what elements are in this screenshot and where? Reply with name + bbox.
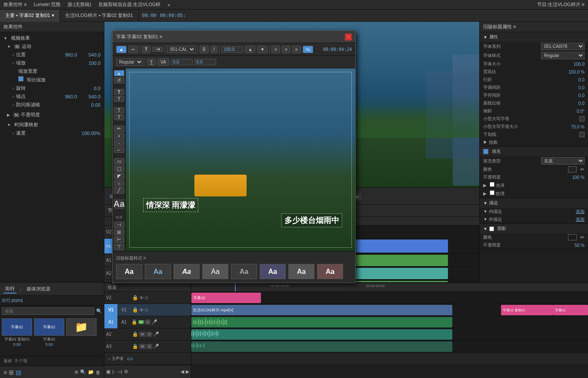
- fill-type-select[interactable]: 实底: [541, 157, 585, 165]
- fill-color-swatch[interactable]: [568, 166, 577, 172]
- menu-effects-controls[interactable]: 效果控件 ≡: [3, 1, 27, 8]
- align-center-h[interactable]: ⊞: [114, 229, 124, 236]
- navigate-next-btn[interactable]: ▶: [186, 369, 189, 375]
- position-y[interactable]: 540.0: [79, 52, 100, 57]
- icon-view-btn[interactable]: ⊞: [9, 369, 14, 376]
- tool-pen[interactable]: ✏: [114, 125, 124, 132]
- anchor-x[interactable]: 960.0: [55, 94, 77, 99]
- time-cursor[interactable]: [235, 283, 236, 291]
- rotation-value[interactable]: 0.0: [79, 86, 100, 91]
- font-family-select-props[interactable]: 051-CAI978: [541, 43, 585, 50]
- v2-lock-icon[interactable]: 🔒: [132, 295, 138, 300]
- tab-order-btn[interactable]: ⭾: [303, 46, 313, 53]
- small-caps-size-value[interactable]: 75.0 %: [558, 125, 585, 129]
- a3-mic-icon-tl[interactable]: 🎤: [153, 344, 159, 349]
- tool-rect[interactable]: ▭: [114, 158, 124, 165]
- menu-program[interactable]: 节目:生活VLOG样片 ≡: [537, 1, 585, 8]
- underline-checkbox[interactable]: [579, 132, 585, 137]
- v1-lock-icon[interactable]: 🔒: [132, 307, 138, 313]
- find-btn[interactable]: 🔍: [80, 369, 86, 375]
- tool-vertical-path[interactable]: T: [114, 114, 124, 120]
- font-size-value-props[interactable]: 100.0: [558, 62, 585, 67]
- style-sample-4[interactable]: Aa: [202, 264, 228, 279]
- gloss-checkbox[interactable]: [490, 182, 494, 187]
- position-x[interactable]: 960.0: [55, 52, 77, 57]
- a3-lock-icon-tl[interactable]: 🔒: [132, 344, 138, 349]
- font-family-select[interactable]: 051-CAL: [167, 46, 196, 53]
- aspect-ratio-value[interactable]: 100.0 %: [558, 70, 585, 74]
- shadow-color-swatch[interactable]: [568, 234, 577, 240]
- va-btn[interactable]: VA: [157, 58, 169, 66]
- a2-m-btn-tl[interactable]: M: [139, 332, 146, 337]
- list-view-btn[interactable]: ≡: [3, 369, 7, 376]
- a1-s-btn-tl[interactable]: S: [145, 320, 150, 324]
- select-tool-btn[interactable]: ▲: [116, 46, 127, 53]
- style-sample-3[interactable]: Aa: [174, 264, 200, 279]
- tool-rotate[interactable]: ↺: [114, 77, 124, 84]
- texture-checkbox[interactable]: [490, 190, 494, 195]
- shadow-header[interactable]: ▼ 阴影: [480, 224, 588, 233]
- tool-wedge[interactable]: ◤: [114, 173, 124, 179]
- texture-collapse[interactable]: ▶: [483, 191, 487, 196]
- a2-s-btn-tl[interactable]: S: [147, 332, 152, 337]
- tool-text-h[interactable]: T: [114, 89, 124, 95]
- fill-opacity-value[interactable]: 100 %: [558, 175, 585, 180]
- text-v-btn[interactable]: T: [152, 47, 163, 52]
- a1-mic-icon[interactable]: 🎤: [151, 319, 157, 325]
- new-item-icon[interactable]: 🔍: [96, 308, 102, 314]
- settings-btn[interactable]: ⚙: [124, 369, 128, 375]
- a2-mic-icon-tl[interactable]: 🎤: [153, 331, 159, 337]
- anchor-y[interactable]: 540.0: [79, 94, 100, 99]
- align-top[interactable]: ⊤: [114, 244, 124, 250]
- new-bin-btn[interactable]: 📁: [88, 369, 94, 375]
- time-remap-header[interactable]: ▼ 时间重映射: [5, 121, 102, 129]
- shadow-checkbox[interactable]: [489, 226, 494, 231]
- menu-lumetri[interactable]: Lumetri 范围: [33, 1, 60, 8]
- menu-source[interactable]: 源:(无剪辑): [67, 1, 91, 8]
- tool-select[interactable]: ▲: [114, 70, 124, 76]
- video-effects-header[interactable]: ▼ 视频效果: [2, 34, 102, 42]
- tool-path-text[interactable]: T: [114, 107, 124, 113]
- set-in-btn[interactable]: ⊦: [112, 368, 115, 375]
- style-sample-6[interactable]: Aa: [260, 264, 286, 279]
- delete-btn[interactable]: 🗑: [96, 370, 100, 375]
- style-sample-8[interactable]: Aa: [317, 264, 343, 279]
- tool-delete-anchor[interactable]: -: [114, 140, 124, 146]
- distort-collapse[interactable]: ▶: [483, 140, 488, 145]
- baseline-value[interactable]: 0.0: [558, 101, 585, 106]
- a2-lock-icon-tl[interactable]: 🔒: [132, 331, 138, 337]
- menu-more[interactable]: »: [167, 2, 170, 7]
- style-sample-1[interactable]: Aa: [116, 264, 142, 279]
- tab-vlog-sequence[interactable]: 生活VLOG样片 • 字幕02 复制01: [60, 10, 139, 22]
- a3-s-btn-tl[interactable]: S: [147, 344, 152, 349]
- uniform-scale-checkbox[interactable]: [18, 76, 23, 81]
- speed-value[interactable]: 100.00%: [79, 131, 100, 136]
- a1-audio-clip[interactable]: [191, 317, 452, 327]
- media-item-1[interactable]: 字幕02 字幕02 复制01 5:00: [2, 318, 32, 347]
- a1-m-btn-tl[interactable]: M: [138, 320, 144, 324]
- title-canvas[interactable]: 情深深 雨濛濛 多少楼台烟雨中: [126, 68, 355, 251]
- fill-header[interactable]: 填充: [480, 147, 588, 156]
- tool-convert-anchor[interactable]: ⌐: [114, 147, 124, 153]
- v1-sync-icon[interactable]: ⊡: [145, 308, 148, 312]
- leading-value-props[interactable]: 0.0: [558, 78, 585, 82]
- icon-view-btn2[interactable]: ▤: [16, 369, 21, 376]
- dialog-close-btn[interactable]: ✕: [345, 34, 352, 40]
- v2-subtitle-clip[interactable]: 字幕02: [191, 293, 261, 303]
- v1-pink-clip-1[interactable]: 字幕02 复制01: [501, 305, 553, 315]
- font-style-select[interactable]: Regular: [116, 58, 143, 66]
- a3-m-btn-tl[interactable]: M: [139, 344, 146, 349]
- tab-main-sequence[interactable]: 主要 • 字幕02 复制01 ▾: [0, 10, 60, 22]
- outer-stroke-add-btn[interactable]: 添加: [576, 216, 585, 223]
- v2-eye-icon[interactable]: 👁: [139, 295, 144, 300]
- project-search-input[interactable]: [2, 307, 94, 315]
- motion-header[interactable]: ▼ fx 运动: [5, 42, 102, 51]
- fill-color-edit-icon[interactable]: ✏: [580, 166, 585, 172]
- align-right[interactable]: ⊢: [114, 236, 124, 243]
- tool-rounded-rect[interactable]: ▢: [114, 165, 124, 172]
- undo-btn[interactable]: ↩: [128, 46, 138, 53]
- tool-text-v[interactable]: T: [114, 96, 124, 102]
- media-browser-tab[interactable]: 媒体浏览器: [25, 285, 52, 293]
- a3-audio-clip[interactable]: [191, 341, 452, 352]
- v2-sync-icon[interactable]: ⊡: [145, 296, 148, 300]
